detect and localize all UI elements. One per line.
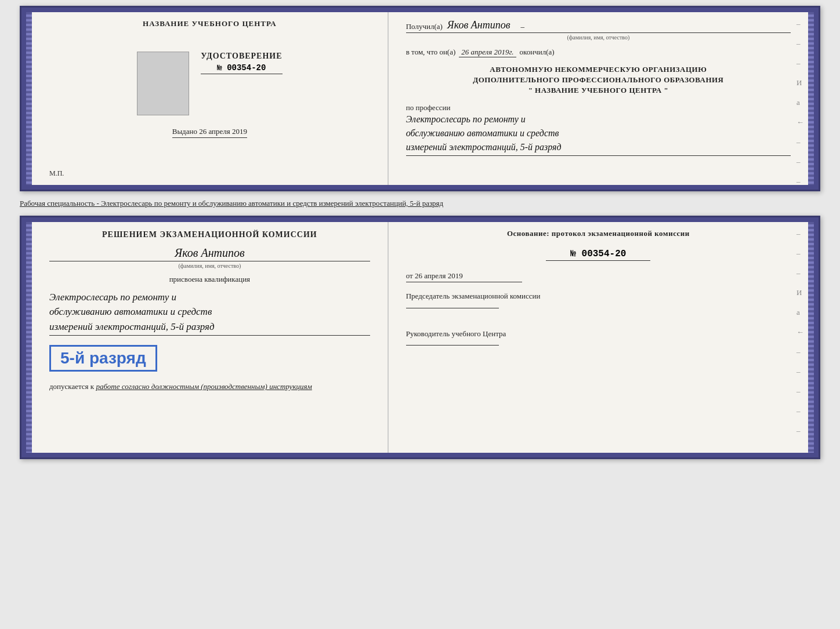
recipient-block: Получил(а) Яков Антипов – (фамилия, имя,… [406, 19, 791, 41]
letter-i-b: И [796, 288, 804, 297]
org-line1: АВТОНОМНУЮ НЕКОММЕРЧЕСКУЮ ОРГАНИЗАЦИЮ [406, 64, 791, 75]
top-left-page: НАЗВАНИЕ УЧЕБНОГО ЦЕНТРА УДОСТОВЕРЕНИЕ №… [32, 8, 389, 190]
profession-label: по профессии [406, 103, 791, 112]
dash-b8: – [796, 426, 804, 435]
dash-b1: – [796, 229, 804, 238]
recipient-label: Получил(а) [406, 22, 443, 31]
dopuskaetsya-text: работе согласно должностным (производств… [96, 382, 312, 391]
udost-block: УДОСТОВЕРЕНИЕ № 00354-20 [201, 52, 282, 74]
vtom-date: 26 апреля 2019г. [459, 48, 516, 57]
letter-a-b: а [796, 308, 804, 317]
arrow-left: ← [796, 118, 804, 127]
vtom-block: в том, что он(а) 26 апреля 2019г. окончи… [406, 48, 791, 57]
udost-title: УДОСТОВЕРЕНИЕ [201, 52, 282, 61]
razryad-badge-block: 5-й разряд [49, 341, 370, 375]
rukovoditel-block: Руководитель учебного Центра [406, 328, 791, 346]
profession-block: по профессии Электрослесарь по ремонту и… [406, 103, 791, 156]
protocol-number: № 00354-20 [546, 249, 650, 261]
dash1: – [520, 22, 524, 31]
dash-b3: – [796, 268, 804, 278]
dopuskaetsya-label: допускается к [49, 382, 94, 391]
rukovoditel-label: Руководитель учебного Центра [406, 328, 791, 340]
dopuskaetsya-block: допускается к работе согласно должностны… [49, 381, 370, 392]
recipient-name: Яков Антипов [447, 19, 510, 31]
vtom-label: в том, что он(а) [406, 48, 456, 57]
top-diploma-book: НАЗВАНИЕ УЧЕБНОГО ЦЕНТРА УДОСТОВЕРЕНИЕ №… [20, 6, 820, 191]
qualification-block: Электрослесарь по ремонту и обслуживанию… [49, 290, 370, 336]
org-line2: ДОПОЛНИТЕЛЬНОГО ПРОФЕССИОНАЛЬНОГО ОБРАЗО… [406, 75, 791, 85]
date-from-line: от 26 апреля 2019 [406, 271, 522, 282]
separator-text: Рабочая специальность - Электрослесарь п… [20, 196, 820, 211]
org-block: АВТОНОМНУЮ НЕКОММЕРЧЕСКУЮ ОРГАНИЗАЦИЮ ДО… [406, 64, 791, 96]
prisvoena-label: присвоена квалификация [49, 275, 370, 284]
bottom-diploma-book: Решением экзаменационной комиссии Яков А… [20, 216, 820, 459]
top-right-page: Получил(а) Яков Антипов – (фамилия, имя,… [389, 8, 808, 190]
right-marks-bottom: – – – И а ← – – – – – [796, 229, 804, 435]
bottom-person-block: Яков Антипов (фамилия, имя, отчество) [49, 246, 370, 269]
rukovoditel-sig-line [406, 345, 499, 346]
osnovanie-title: Основание: протокол экзаменационной коми… [406, 229, 791, 238]
top-left-title: НАЗВАНИЕ УЧЕБНОГО ЦЕНТРА [143, 19, 277, 28]
profession-line1: Электрослесарь по ремонту и обслуживанию… [406, 112, 791, 156]
arrow-left-b: ← [796, 328, 804, 337]
photo-placeholder [137, 52, 189, 115]
dash-mark-3: – [796, 59, 804, 68]
dash-mark-5: – [796, 157, 804, 166]
ot-date: 26 апреля 2019 [415, 271, 463, 280]
bottom-left-page: Решением экзаменационной комиссии Яков А… [32, 217, 389, 457]
dash-b7: – [796, 406, 804, 416]
dash-mark-4: – [796, 137, 804, 147]
chairman-block: Председатель экзаменационной комиссии [406, 290, 791, 308]
letter-a: а [796, 98, 804, 107]
fio-hint-top: (фамилия, имя, отчество) [406, 34, 791, 41]
letter-i: И [796, 78, 804, 88]
spine-left [21, 8, 32, 190]
bottom-fio-hint: (фамилия, имя, отчество) [49, 263, 370, 269]
bottom-person-name: Яков Антипов [49, 246, 370, 261]
okonchil-label: окончил(а) [520, 48, 555, 57]
spine-right-bottom [808, 217, 819, 457]
vydano-date: 26 апреля 2019 [199, 127, 247, 136]
dash-mark-1: – [796, 19, 804, 28]
chairman-sig-line [406, 308, 499, 308]
razryad-badge: 5-й разряд [49, 345, 157, 372]
mp-label: М.П. [49, 169, 64, 178]
bottom-right-page: Основание: протокол экзаменационной коми… [389, 217, 808, 457]
dash-b6: – [796, 387, 804, 396]
vydano-label: Выдано [172, 127, 197, 136]
dash-b5: – [796, 367, 804, 376]
chairman-label: Председатель экзаменационной комиссии [406, 290, 791, 302]
vydano-line: Выдано 26 апреля 2019 [172, 127, 247, 138]
spine-left-bottom [21, 217, 32, 457]
dash-mark-2: – [796, 39, 804, 48]
dash-b4: – [796, 347, 804, 357]
commission-title: Решением экзаменационной комиссии [49, 229, 370, 241]
dash-b2: – [796, 249, 804, 258]
org-line3: " НАЗВАНИЕ УЧЕБНОГО ЦЕНТРА " [406, 85, 791, 96]
dash-mark-6: – [796, 177, 804, 186]
ot-label: от [406, 271, 413, 280]
right-marks-top: – – – И а ← – – – [796, 19, 804, 186]
udost-number: № 00354-20 [201, 63, 282, 74]
spine-right [808, 8, 819, 190]
